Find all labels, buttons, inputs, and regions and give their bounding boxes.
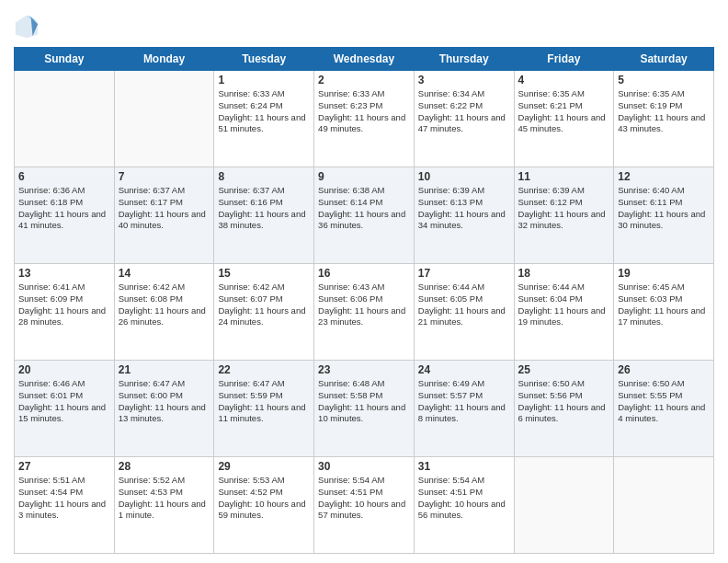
calendar-cell: 17Sunrise: 6:44 AM Sunset: 6:05 PM Dayli… (414, 264, 514, 361)
calendar-cell: 18Sunrise: 6:44 AM Sunset: 6:04 PM Dayli… (514, 264, 614, 361)
day-number: 4 (518, 74, 610, 86)
calendar-cell: 27Sunrise: 5:51 AM Sunset: 4:54 PM Dayli… (15, 457, 115, 554)
day-info: Sunrise: 6:40 AM Sunset: 6:11 PM Dayligh… (618, 185, 710, 232)
day-info: Sunrise: 6:47 AM Sunset: 6:00 PM Dayligh… (119, 378, 210, 425)
calendar-cell: 9Sunrise: 6:38 AM Sunset: 6:14 PM Daylig… (314, 167, 415, 264)
day-number: 12 (618, 170, 710, 183)
day-number: 28 (119, 460, 210, 473)
day-info: Sunrise: 5:53 AM Sunset: 4:52 PM Dayligh… (218, 475, 310, 522)
day-number: 18 (518, 267, 610, 280)
calendar-cell: 7Sunrise: 6:37 AM Sunset: 6:17 PM Daylig… (114, 167, 214, 264)
calendar-week-4: 20Sunrise: 6:46 AM Sunset: 6:01 PM Dayli… (15, 361, 714, 457)
calendar-cell (514, 457, 614, 554)
calendar-cell: 24Sunrise: 6:49 AM Sunset: 5:57 PM Dayli… (414, 361, 514, 457)
day-info: Sunrise: 6:35 AM Sunset: 6:21 PM Dayligh… (518, 88, 610, 135)
day-number: 24 (418, 363, 510, 376)
header-wednesday: Wednesday (314, 48, 415, 71)
calendar-cell: 21Sunrise: 6:47 AM Sunset: 6:00 PM Dayli… (114, 361, 214, 457)
calendar-cell: 5Sunrise: 6:35 AM Sunset: 6:19 PM Daylig… (614, 71, 714, 167)
day-number: 29 (218, 460, 310, 473)
day-number: 11 (518, 170, 610, 183)
day-number: 20 (18, 363, 110, 376)
day-number: 15 (218, 267, 310, 280)
day-number: 10 (418, 170, 510, 183)
day-info: Sunrise: 6:36 AM Sunset: 6:18 PM Dayligh… (18, 185, 110, 232)
calendar-cell (15, 71, 115, 167)
calendar-cell: 29Sunrise: 5:53 AM Sunset: 4:52 PM Dayli… (214, 457, 314, 554)
day-number: 25 (518, 363, 610, 376)
day-number: 16 (318, 267, 410, 280)
day-number: 13 (18, 267, 110, 280)
day-info: Sunrise: 6:33 AM Sunset: 6:24 PM Dayligh… (218, 88, 310, 135)
calendar-cell: 11Sunrise: 6:39 AM Sunset: 6:12 PM Dayli… (514, 167, 614, 264)
calendar-cell: 1Sunrise: 6:33 AM Sunset: 6:24 PM Daylig… (214, 71, 314, 167)
day-info: Sunrise: 6:37 AM Sunset: 6:16 PM Dayligh… (218, 185, 310, 232)
day-info: Sunrise: 6:47 AM Sunset: 5:59 PM Dayligh… (218, 378, 310, 425)
calendar-table: Sunday Monday Tuesday Wednesday Thursday… (14, 47, 714, 554)
header-tuesday: Tuesday (214, 48, 314, 71)
day-info: Sunrise: 6:45 AM Sunset: 6:03 PM Dayligh… (618, 282, 710, 328)
header-saturday: Saturday (614, 48, 714, 71)
calendar-week-1: 1Sunrise: 6:33 AM Sunset: 6:24 PM Daylig… (15, 71, 714, 167)
day-info: Sunrise: 6:35 AM Sunset: 6:19 PM Dayligh… (618, 88, 710, 135)
header-thursday: Thursday (414, 48, 514, 71)
day-info: Sunrise: 6:44 AM Sunset: 6:05 PM Dayligh… (418, 282, 510, 328)
day-number: 31 (418, 460, 510, 473)
calendar-cell: 28Sunrise: 5:52 AM Sunset: 4:53 PM Dayli… (114, 457, 214, 554)
calendar-cell: 2Sunrise: 6:33 AM Sunset: 6:23 PM Daylig… (314, 71, 415, 167)
calendar-week-3: 13Sunrise: 6:41 AM Sunset: 6:09 PM Dayli… (15, 264, 714, 361)
calendar-cell: 16Sunrise: 6:43 AM Sunset: 6:06 PM Dayli… (314, 264, 415, 361)
calendar-cell: 23Sunrise: 6:48 AM Sunset: 5:58 PM Dayli… (314, 361, 415, 457)
day-number: 23 (318, 363, 410, 376)
calendar-cell (114, 71, 214, 167)
day-info: Sunrise: 6:38 AM Sunset: 6:14 PM Dayligh… (318, 185, 410, 232)
page: Sunday Monday Tuesday Wednesday Thursday… (0, 0, 728, 563)
day-number: 14 (119, 267, 210, 280)
calendar-cell: 25Sunrise: 6:50 AM Sunset: 5:56 PM Dayli… (514, 361, 614, 457)
day-info: Sunrise: 6:50 AM Sunset: 5:56 PM Dayligh… (518, 378, 610, 425)
calendar-week-5: 27Sunrise: 5:51 AM Sunset: 4:54 PM Dayli… (15, 457, 714, 554)
day-info: Sunrise: 6:39 AM Sunset: 6:13 PM Dayligh… (418, 185, 510, 232)
calendar-week-2: 6Sunrise: 6:36 AM Sunset: 6:18 PM Daylig… (15, 167, 714, 264)
day-info: Sunrise: 6:37 AM Sunset: 6:17 PM Dayligh… (119, 185, 210, 232)
day-info: Sunrise: 6:34 AM Sunset: 6:22 PM Dayligh… (418, 88, 510, 135)
day-number: 1 (218, 74, 310, 86)
day-number: 30 (318, 460, 410, 473)
day-number: 26 (618, 363, 710, 376)
day-number: 19 (618, 267, 710, 280)
calendar-cell: 31Sunrise: 5:54 AM Sunset: 4:51 PM Dayli… (414, 457, 514, 554)
header (14, 9, 714, 40)
day-number: 3 (418, 74, 510, 86)
day-number: 5 (618, 74, 710, 86)
day-info: Sunrise: 6:44 AM Sunset: 6:04 PM Dayligh… (518, 282, 610, 328)
day-number: 9 (318, 170, 410, 183)
day-info: Sunrise: 6:41 AM Sunset: 6:09 PM Dayligh… (18, 282, 110, 328)
calendar-cell: 4Sunrise: 6:35 AM Sunset: 6:21 PM Daylig… (514, 71, 614, 167)
day-info: Sunrise: 6:46 AM Sunset: 6:01 PM Dayligh… (18, 378, 110, 425)
header-sunday: Sunday (15, 48, 115, 71)
calendar-cell: 6Sunrise: 6:36 AM Sunset: 6:18 PM Daylig… (15, 167, 115, 264)
day-info: Sunrise: 6:33 AM Sunset: 6:23 PM Dayligh… (318, 88, 410, 135)
day-info: Sunrise: 6:43 AM Sunset: 6:06 PM Dayligh… (318, 282, 410, 328)
calendar-cell: 10Sunrise: 6:39 AM Sunset: 6:13 PM Dayli… (414, 167, 514, 264)
calendar-cell: 19Sunrise: 6:45 AM Sunset: 6:03 PM Dayli… (614, 264, 714, 361)
calendar-cell: 20Sunrise: 6:46 AM Sunset: 6:01 PM Dayli… (15, 361, 115, 457)
logo (14, 14, 43, 40)
calendar-cell: 30Sunrise: 5:54 AM Sunset: 4:51 PM Dayli… (314, 457, 415, 554)
header-friday: Friday (514, 48, 614, 71)
calendar-cell (614, 457, 714, 554)
day-number: 22 (218, 363, 310, 376)
calendar-cell: 14Sunrise: 6:42 AM Sunset: 6:08 PM Dayli… (114, 264, 214, 361)
day-info: Sunrise: 6:39 AM Sunset: 6:12 PM Dayligh… (518, 185, 610, 232)
day-info: Sunrise: 5:54 AM Sunset: 4:51 PM Dayligh… (418, 475, 510, 522)
day-number: 7 (119, 170, 210, 183)
day-number: 2 (318, 74, 410, 86)
calendar-cell: 26Sunrise: 6:50 AM Sunset: 5:55 PM Dayli… (614, 361, 714, 457)
calendar-cell: 22Sunrise: 6:47 AM Sunset: 5:59 PM Dayli… (214, 361, 314, 457)
calendar-cell: 15Sunrise: 6:42 AM Sunset: 6:07 PM Dayli… (214, 264, 314, 361)
day-info: Sunrise: 5:54 AM Sunset: 4:51 PM Dayligh… (318, 475, 410, 522)
calendar-cell: 12Sunrise: 6:40 AM Sunset: 6:11 PM Dayli… (614, 167, 714, 264)
calendar-cell: 3Sunrise: 6:34 AM Sunset: 6:22 PM Daylig… (414, 71, 514, 167)
day-info: Sunrise: 6:48 AM Sunset: 5:58 PM Dayligh… (318, 378, 410, 425)
day-info: Sunrise: 6:49 AM Sunset: 5:57 PM Dayligh… (418, 378, 510, 425)
